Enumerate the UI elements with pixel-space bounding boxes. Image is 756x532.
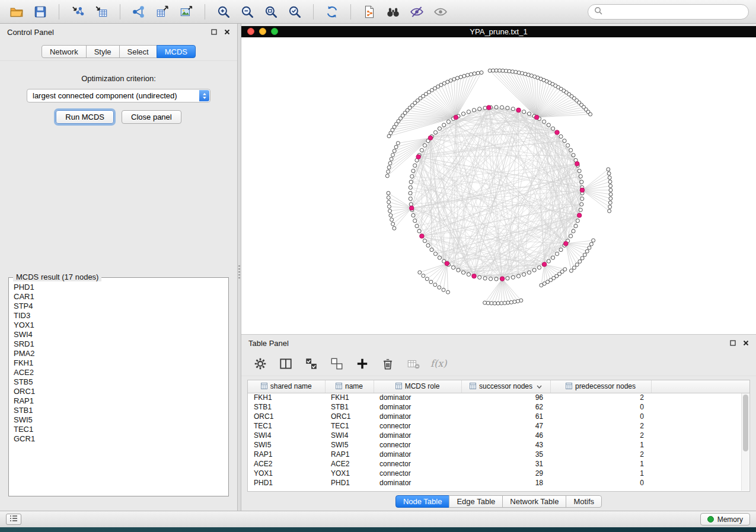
run-mcds-button[interactable]: Run MCDS	[56, 110, 114, 124]
deselect-all-button[interactable]	[328, 355, 345, 372]
table-row[interactable]: YOX1YOX1connector291	[248, 469, 749, 478]
tab-select[interactable]: Select	[119, 45, 157, 58]
mcds-result-list: PHD1CAR1STP4TID3YOX1SWI4SRD1PMA2FKH1ACE2…	[14, 283, 227, 495]
mcds-result-item[interactable]: ORC1	[14, 387, 227, 396]
mcds-result-item[interactable]: CAR1	[14, 292, 227, 302]
minimize-window-button[interactable]	[259, 28, 266, 35]
table-settings-button[interactable]	[252, 355, 269, 372]
delete-entry-button[interactable]	[379, 355, 396, 372]
task-history-button[interactable]	[6, 514, 21, 525]
tab-edge-table[interactable]: Edge Table	[449, 495, 503, 508]
mcds-result-item[interactable]: RAP1	[14, 396, 227, 406]
criterion-selected-value: largest connected component (undirected)	[33, 91, 177, 100]
table-cell: ORC1	[248, 412, 325, 421]
tab-motifs[interactable]: Motifs	[566, 495, 602, 508]
close-panel-icon[interactable]	[224, 29, 230, 35]
select-all-button[interactable]	[303, 355, 320, 372]
float-table-panel-icon[interactable]	[730, 340, 736, 346]
mcds-result-item[interactable]: GCR1	[14, 434, 227, 444]
network-view[interactable]	[241, 37, 756, 334]
tab-network[interactable]: Network	[42, 45, 87, 58]
mcds-result-item[interactable]: STP4	[14, 302, 227, 311]
mcds-result-item[interactable]: YOX1	[14, 321, 227, 330]
table-row[interactable]: SWI5SWI5connector431	[248, 440, 749, 450]
zoom-selected-button[interactable]	[285, 2, 304, 21]
tab-network-table[interactable]: Network Table	[502, 495, 566, 508]
table-row[interactable]: ACE2ACE2connector311	[248, 459, 749, 469]
table-row[interactable]: TEC1TEC1connector472	[248, 421, 749, 431]
share-document-button[interactable]	[360, 2, 379, 21]
status-bar: Memory	[0, 511, 756, 527]
import-network-icon	[71, 5, 85, 19]
control-panel-header: Control Panel	[0, 24, 237, 40]
export-table-button[interactable]	[153, 2, 172, 21]
add-entry-icon	[355, 357, 369, 371]
table-row[interactable]: STB1STB1dominator620	[248, 402, 749, 412]
import-network-button[interactable]	[68, 2, 87, 21]
zoom-fit-icon	[264, 5, 278, 19]
close-window-button[interactable]	[247, 28, 254, 35]
function-builder-button[interactable]: f(x)	[430, 358, 446, 369]
add-entry-button[interactable]	[354, 355, 371, 372]
float-panel-icon[interactable]	[211, 29, 217, 35]
import-table-button[interactable]	[92, 2, 111, 21]
column-header-successor-nodes[interactable]: successor nodes	[461, 380, 550, 393]
tab-node-table[interactable]: Node Table	[395, 495, 450, 508]
mcds-result-item[interactable]: STB5	[14, 377, 227, 387]
mcds-result-item[interactable]: FKH1	[14, 358, 227, 368]
table-cell: YOX1	[248, 469, 325, 478]
export-image-button[interactable]	[177, 2, 196, 21]
zoom-window-button[interactable]	[271, 28, 278, 35]
find-binoculars-button[interactable]	[384, 2, 403, 21]
mcds-result-item[interactable]: SWI4	[14, 330, 227, 339]
hide-graphics-details-button[interactable]	[407, 2, 426, 21]
apply-layout-icon	[325, 5, 339, 19]
table-toolbar: f(x)	[241, 351, 756, 376]
show-graphics-details-button[interactable]	[431, 2, 450, 21]
mcds-result-item[interactable]: TEC1	[14, 425, 227, 434]
criterion-select[interactable]: largest connected component (undirected)	[27, 89, 210, 102]
network-window-titlebar[interactable]: YPA_prune.txt_1	[241, 26, 756, 37]
column-layout-button[interactable]	[277, 355, 294, 372]
tab-style[interactable]: Style	[86, 45, 120, 58]
import-table-disabled-button[interactable]	[405, 355, 422, 372]
table-cell: dominator	[374, 450, 461, 459]
table-row[interactable]: FKH1FKH1dominator962	[248, 393, 749, 402]
save-session-button[interactable]	[31, 2, 50, 21]
table-cell: dominator	[374, 402, 461, 412]
new-network-button[interactable]	[129, 2, 148, 21]
zoom-fit-button[interactable]	[261, 2, 280, 21]
table-cell: dominator	[374, 431, 461, 440]
panel-splitter[interactable]	[237, 24, 241, 511]
table-scrollbar[interactable]	[741, 393, 749, 491]
table-panel-header: Table Panel	[241, 335, 756, 351]
table-row[interactable]: SWI4SWI4dominator462	[248, 431, 749, 440]
close-table-panel-icon[interactable]	[743, 340, 749, 346]
close-panel-button[interactable]: Close panel	[122, 110, 181, 124]
mcds-result-item[interactable]: SRD1	[14, 339, 227, 349]
mcds-result-item[interactable]: SWI5	[14, 415, 227, 425]
mcds-result-item[interactable]: STB1	[14, 406, 227, 415]
column-header-name[interactable]: name	[325, 380, 374, 393]
open-session-button[interactable]	[7, 2, 26, 21]
column-header-predecessor-nodes[interactable]: predecessor nodes	[550, 380, 651, 393]
table-row[interactable]: ORC1ORC1dominator610	[248, 412, 749, 421]
toolbar-separator	[59, 4, 59, 20]
mcds-result-item[interactable]: ACE2	[14, 368, 227, 377]
mcds-result-item[interactable]: PMA2	[14, 349, 227, 358]
mcds-result-item[interactable]: PHD1	[14, 283, 227, 292]
apply-layout-button[interactable]	[323, 2, 342, 21]
table-cell: SWI5	[325, 440, 374, 450]
zoom-in-button[interactable]	[214, 2, 233, 21]
table-row[interactable]: RAP1RAP1dominator352	[248, 450, 749, 459]
mcds-result-item[interactable]: TID3	[14, 311, 227, 321]
search-input[interactable]	[606, 8, 742, 16]
tab-mcds[interactable]: MCDS	[157, 45, 196, 58]
search-box[interactable]	[588, 4, 749, 20]
table-scrollbar-thumb[interactable]	[743, 395, 748, 451]
memory-button[interactable]: Memory	[700, 513, 750, 525]
table-row[interactable]: PHD1PHD1dominator180	[248, 478, 749, 488]
zoom-out-button[interactable]	[238, 2, 257, 21]
column-header-shared-name[interactable]: shared name	[248, 380, 325, 393]
column-header-mcds-role[interactable]: MCDS role	[374, 380, 461, 393]
